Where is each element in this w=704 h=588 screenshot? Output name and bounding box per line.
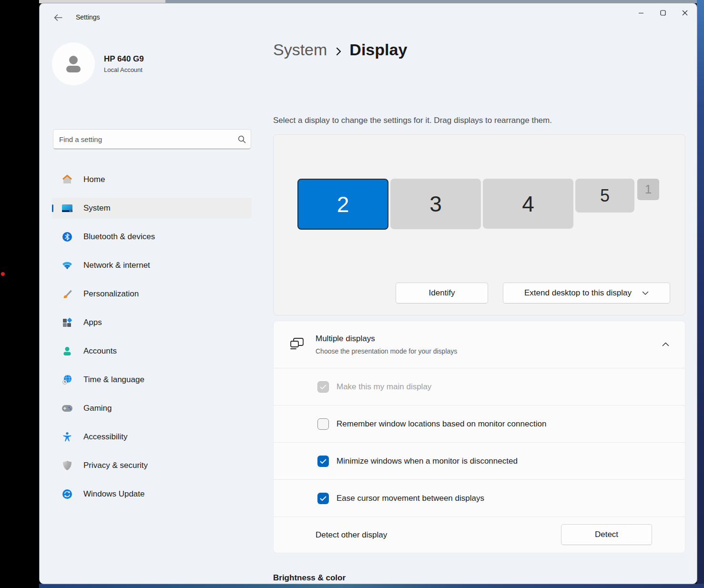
breadcrumb: System Display — [273, 41, 407, 59]
option-label: Ease cursor movement between displays — [337, 494, 484, 503]
instruction-text: Select a display to change the settings … — [273, 116, 552, 125]
check-icon — [320, 459, 326, 464]
check-icon — [320, 496, 326, 501]
search-icon — [238, 135, 246, 143]
sidebar-item-label: Accounts — [83, 346, 117, 356]
remember-locations-checkbox[interactable] — [317, 418, 329, 430]
sidebar-item-label: Home — [83, 175, 105, 184]
monitor-3[interactable]: 3 — [390, 179, 481, 229]
check-icon — [320, 385, 326, 390]
sidebar-item-gaming[interactable]: Gaming — [52, 398, 252, 419]
option-label: Make this my main display — [337, 382, 431, 392]
account-name: HP 640 G9 — [104, 54, 144, 64]
sidebar-item-label: Windows Update — [83, 489, 145, 499]
sidebar-item-label: Personalization — [83, 289, 139, 299]
avatar — [52, 42, 95, 85]
sidebar-item-windows-update[interactable]: Windows Update — [52, 484, 252, 505]
monitor-layout: 2 3 4 5 1 — [297, 179, 659, 230]
monitor-4[interactable]: 4 — [483, 179, 573, 229]
option-row-main-display: Make this my main display — [274, 368, 685, 405]
multiple-displays-icon — [289, 336, 305, 354]
back-arrow-icon — [53, 14, 63, 21]
multiple-displays-card: Multiple displays Choose the presentatio… — [273, 321, 685, 553]
sidebar-item-time-language[interactable]: Time & language — [52, 369, 252, 390]
sidebar-item-label: Bluetooth & devices — [83, 232, 155, 242]
selected-indicator — [52, 204, 53, 212]
sidebar-item-label: Privacy & security — [83, 461, 148, 470]
monitor-5[interactable]: 5 — [575, 179, 634, 213]
multiple-displays-header[interactable]: Multiple displays Choose the presentatio… — [274, 321, 685, 368]
sidebar-item-accessibility[interactable]: Accessibility — [52, 426, 252, 447]
collapse-button[interactable] — [656, 335, 674, 353]
account-block[interactable]: HP 640 G9 Local Account — [52, 42, 144, 85]
accessibility-icon — [61, 431, 73, 443]
multiple-displays-title: Multiple displays — [316, 334, 457, 344]
detect-label: Detect other display — [316, 530, 387, 540]
search-box — [53, 129, 251, 149]
search-input[interactable] — [59, 135, 238, 143]
chevron-right-icon — [336, 47, 342, 56]
account-text: HP 640 G9 Local Account — [104, 54, 144, 73]
option-label: Minimize windows when a monitor is disco… — [337, 456, 518, 466]
identify-button[interactable]: Identify — [396, 283, 488, 304]
monitor-1[interactable]: 1 — [637, 179, 659, 200]
breadcrumb-system[interactable]: System — [273, 41, 327, 59]
chevron-up-icon — [662, 342, 669, 346]
globe-clock-icon — [61, 374, 73, 385]
option-row-ease-cursor: Ease cursor movement between displays — [274, 479, 685, 517]
page-title: Display — [349, 41, 407, 59]
option-row-remember-locations: Remember window locations based on monit… — [274, 405, 685, 442]
brightness-color-header: Brightness & color — [273, 573, 346, 583]
desktop-wallpaper-bottom — [39, 584, 704, 588]
desktop-wallpaper-right — [697, 0, 704, 588]
chevron-down-icon — [642, 291, 649, 295]
apps-icon — [61, 317, 73, 328]
accounts-icon — [61, 345, 73, 357]
detect-other-display-row: Detect other display Detect — [274, 517, 685, 553]
wifi-icon — [61, 260, 73, 271]
system-icon — [61, 203, 73, 214]
settings-window: Settings HP 640 G9 Local Acco — [39, 3, 697, 584]
person-icon — [62, 52, 85, 75]
option-row-minimize-windows: Minimize windows when a monitor is disco… — [274, 442, 685, 479]
sidebar-item-label: Network & internet — [83, 261, 150, 270]
red-dot-artifact — [1, 272, 5, 276]
sidebar: HP 640 G9 Local Account Home — [40, 31, 259, 584]
main-content: System Display Select a display to chang… — [273, 3, 692, 584]
sidebar-nav: Home System — [52, 169, 252, 505]
app-title: Settings — [76, 13, 100, 21]
gamepad-icon — [61, 403, 73, 414]
monitor-2[interactable]: 2 — [297, 179, 388, 230]
sidebar-item-home[interactable]: Home — [52, 169, 252, 190]
minimize-windows-checkbox[interactable] — [317, 456, 329, 467]
shield-icon — [61, 460, 73, 471]
sidebar-item-label: Time & language — [83, 375, 144, 385]
display-arrangement-panel: 2 3 4 5 1 Identify Extend desktop t — [273, 134, 685, 315]
sidebar-item-label: System — [83, 203, 111, 213]
sidebar-item-label: Gaming — [83, 404, 112, 413]
multiple-displays-text: Multiple displays Choose the presentatio… — [316, 334, 457, 355]
sidebar-item-system[interactable]: System — [52, 198, 252, 219]
multiple-displays-subtitle: Choose the presentation mode for your di… — [316, 347, 457, 355]
main-display-checkbox — [317, 381, 329, 393]
sidebar-item-accounts[interactable]: Accounts — [52, 341, 252, 362]
sidebar-item-personalization[interactable]: Personalization — [52, 284, 252, 304]
sidebar-item-label: Apps — [83, 318, 102, 327]
sidebar-item-apps[interactable]: Apps — [52, 312, 252, 333]
display-mode-dropdown[interactable]: Extend desktop to this display — [503, 283, 670, 304]
bluetooth-icon — [61, 231, 73, 243]
sidebar-item-bluetooth[interactable]: Bluetooth & devices — [52, 226, 252, 247]
home-icon — [61, 174, 73, 185]
option-label: Remember window locations based on monit… — [337, 419, 546, 429]
back-button[interactable] — [50, 10, 66, 25]
sidebar-item-privacy[interactable]: Privacy & security — [52, 455, 252, 476]
brush-icon — [61, 288, 73, 300]
account-type: Local Account — [104, 66, 144, 73]
sidebar-item-network[interactable]: Network & internet — [52, 255, 252, 276]
update-icon — [61, 488, 73, 500]
sidebar-item-label: Accessibility — [83, 432, 128, 442]
ease-cursor-checkbox[interactable] — [317, 493, 329, 504]
detect-button[interactable]: Detect — [561, 524, 652, 545]
desktop-left-strip — [0, 0, 39, 588]
